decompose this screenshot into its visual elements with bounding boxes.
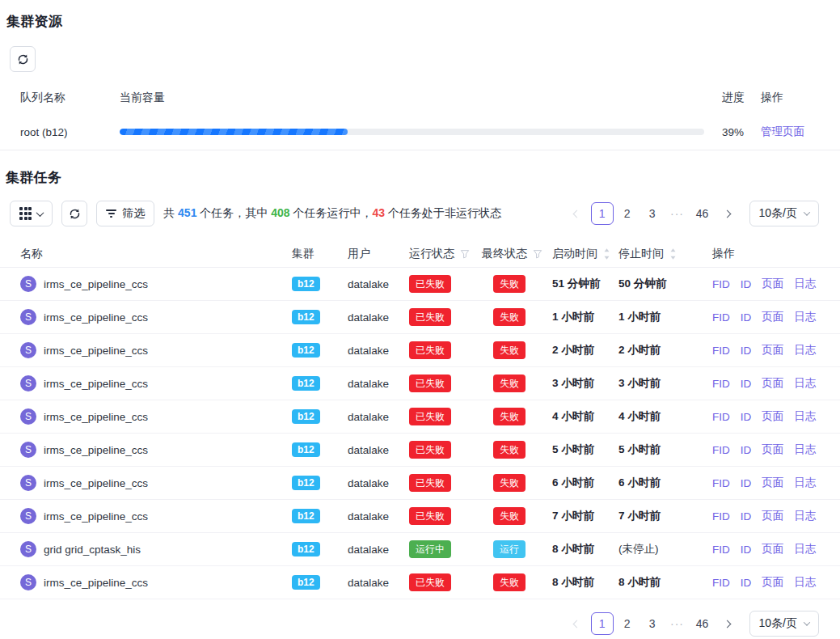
action-link-page[interactable]: 页面: [762, 575, 783, 590]
action-link-fid[interactable]: FID: [712, 577, 730, 589]
action-link-fid[interactable]: FID: [712, 544, 730, 556]
action-link-page[interactable]: 页面: [762, 509, 783, 523]
action-link-id[interactable]: ID: [741, 378, 752, 390]
action-link-log[interactable]: 日志: [794, 442, 816, 457]
cluster-cell: b12: [292, 409, 348, 424]
task-name-cell: Sirms_ce_pipeline_ccs: [20, 375, 292, 391]
action-link-id[interactable]: ID: [741, 477, 752, 489]
pagination-page-1[interactable]: 1: [591, 612, 614, 635]
final-status-cell: 失败: [482, 573, 552, 591]
pagination-page-3[interactable]: 3: [641, 202, 664, 225]
task-name: grid grid_cptask_his: [44, 544, 141, 556]
task-name-cell: Sirms_ce_pipeline_ccs: [20, 475, 292, 491]
action-link-id[interactable]: ID: [741, 510, 752, 523]
resources-col-capacity: 当前容量: [120, 91, 704, 105]
action-link-log[interactable]: 日志: [794, 376, 816, 391]
table-row: Sirms_ce_pipeline_ccsb12datalake已失败失败4 小…: [0, 400, 840, 434]
pagination-page-2[interactable]: 2: [616, 612, 639, 635]
action-link-page[interactable]: 页面: [762, 376, 783, 391]
action-link-page[interactable]: 页面: [762, 409, 783, 424]
page-size-select[interactable]: 10条/页: [749, 611, 819, 637]
tasks-table-header: 名称 集群 用户 运行状态 最终状态 启动时间 停止时间 操作: [0, 240, 840, 268]
action-link-log[interactable]: 日志: [794, 476, 816, 490]
action-link-id[interactable]: ID: [741, 278, 752, 290]
action-link-page[interactable]: 页面: [762, 442, 783, 457]
cluster-cell: b12: [292, 343, 348, 358]
pagination-page-46[interactable]: 46: [691, 202, 714, 225]
layout-dropdown-button[interactable]: [10, 201, 53, 226]
action-link-log[interactable]: 日志: [794, 575, 816, 590]
filter-funnel-icon[interactable]: [460, 249, 470, 259]
page-size-select[interactable]: 10条/页: [749, 201, 819, 226]
tasks-refresh-button[interactable]: [61, 201, 87, 226]
task-count-summary: 共 451 个任务，其中 408 个任务运行中，43 个任务处于非运行状态: [163, 206, 501, 221]
task-user: datalake: [348, 278, 409, 290]
task-user: datalake: [348, 311, 409, 324]
pagination-page-2[interactable]: 2: [616, 202, 639, 225]
action-link-page[interactable]: 页面: [762, 277, 783, 291]
filter-button[interactable]: 筛选: [96, 201, 154, 226]
final-status-badge: 失败: [493, 308, 526, 326]
actions-cell: FIDID页面日志: [712, 409, 817, 424]
action-link-page[interactable]: 页面: [762, 343, 783, 358]
avatar: S: [20, 342, 36, 358]
action-link-fid[interactable]: FID: [712, 278, 730, 290]
pagination-next-button[interactable]: [716, 612, 739, 635]
action-link-id[interactable]: ID: [741, 345, 752, 357]
pagination-top: 123···4610条/页: [566, 201, 819, 226]
action-link-fid[interactable]: FID: [712, 510, 730, 523]
run-status-badge: 已失败: [409, 341, 451, 359]
action-link-log[interactable]: 日志: [794, 343, 816, 358]
action-link-page[interactable]: 页面: [762, 310, 783, 324]
run-status-cell: 已失败: [409, 308, 482, 326]
sorter-icon[interactable]: [603, 247, 610, 261]
chevron-left-icon: [573, 620, 581, 628]
pagination-ellipsis[interactable]: ···: [666, 612, 689, 635]
action-link-log[interactable]: 日志: [794, 409, 816, 424]
action-link-log[interactable]: 日志: [794, 310, 816, 324]
action-link-log[interactable]: 日志: [794, 277, 816, 291]
col-cluster: 集群: [292, 247, 348, 261]
cluster-cell: b12: [292, 442, 348, 457]
page-size-label: 10条/页: [759, 616, 797, 631]
action-link-log[interactable]: 日志: [794, 542, 816, 556]
action-link-fid[interactable]: FID: [712, 311, 730, 324]
page-size-label: 10条/页: [759, 206, 797, 221]
cluster-cell: b12: [292, 376, 348, 391]
summary-text: 个任务运行中，: [290, 206, 373, 219]
action-link-log[interactable]: 日志: [794, 509, 816, 523]
task-user: datalake: [348, 477, 409, 489]
pagination-page-3[interactable]: 3: [641, 612, 664, 635]
pagination-page-1[interactable]: 1: [591, 202, 614, 225]
pagination-prev-button[interactable]: [566, 612, 589, 635]
action-link-page[interactable]: 页面: [762, 476, 783, 490]
task-name: irms_ce_pipeline_ccs: [44, 477, 148, 489]
task-name-cell: Sirms_ce_pipeline_ccs: [20, 508, 292, 524]
action-link-fid[interactable]: FID: [712, 378, 730, 390]
action-link-fid[interactable]: FID: [712, 477, 730, 489]
action-link-fid[interactable]: FID: [712, 345, 730, 357]
resources-refresh-button[interactable]: [10, 46, 36, 72]
action-link-id[interactable]: ID: [741, 311, 752, 324]
pagination-ellipsis[interactable]: ···: [666, 202, 689, 225]
task-name-cell: Sirms_ce_pipeline_ccs: [20, 309, 292, 325]
task-name-cell: Sirms_ce_pipeline_ccs: [20, 408, 292, 425]
action-link-fid[interactable]: FID: [712, 444, 730, 456]
run-status-cell: 已失败: [409, 573, 482, 591]
action-link-id[interactable]: ID: [741, 544, 752, 556]
action-link-fid[interactable]: FID: [712, 411, 730, 423]
action-link-page[interactable]: 页面: [762, 542, 783, 556]
action-link-id[interactable]: ID: [741, 411, 752, 423]
stop-time: 1 小时前: [618, 310, 712, 324]
pagination-page-46[interactable]: 46: [691, 612, 714, 635]
cluster-tag: b12: [292, 343, 320, 358]
manage-page-link[interactable]: 管理页面: [761, 125, 804, 138]
capacity-progress-bar: [120, 129, 704, 135]
stop-time: 7 小时前: [618, 509, 712, 523]
pagination-next-button[interactable]: [716, 202, 739, 225]
filter-funnel-icon[interactable]: [533, 249, 542, 259]
pagination-prev-button[interactable]: [566, 202, 589, 225]
action-link-id[interactable]: ID: [741, 444, 752, 456]
sorter-icon[interactable]: [669, 247, 677, 261]
action-link-id[interactable]: ID: [741, 577, 752, 589]
